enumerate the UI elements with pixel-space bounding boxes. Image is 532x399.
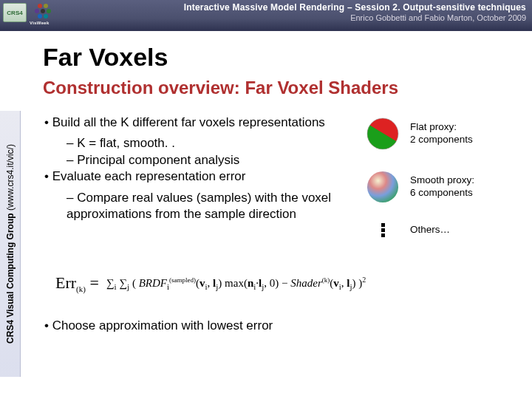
bullet-final: Choose approximation with lowest error bbox=[44, 318, 355, 334]
smooth-proxy-icon bbox=[366, 170, 400, 204]
svg-point-6 bbox=[44, 14, 48, 18]
equation-lhs: Err(k) = bbox=[55, 273, 99, 293]
visweek-logo-icon: VisWeek bbox=[31, 1, 58, 24]
svg-point-2 bbox=[35, 9, 39, 13]
svg-point-10 bbox=[367, 171, 398, 202]
bullet-1b: Principal component analysis bbox=[66, 152, 362, 168]
bullet-1: Build all the K different far voxels rep… bbox=[44, 115, 362, 131]
flat-proxy-icon bbox=[366, 117, 400, 151]
proxy-column: Flat proxy:2 components Smooth pr bbox=[366, 117, 521, 256]
visweek-label: VisWeek bbox=[30, 21, 50, 25]
bullet-1a: K = flat, smooth. . bbox=[66, 135, 362, 151]
svg-point-1 bbox=[44, 4, 48, 8]
sidebar-label: CRS4 Visual Computing Group (www.crs4.it… bbox=[5, 144, 16, 344]
proxy-others-row: Others… bbox=[366, 223, 521, 237]
vertical-ellipsis-icon bbox=[366, 223, 400, 237]
slide-root: CRS4 VisWeek Interactive Massive Model R… bbox=[0, 0, 532, 399]
flat-proxy-label: Flat proxy:2 components bbox=[410, 121, 473, 146]
header-course-title: Interactive Massive Model Rendering – Se… bbox=[43, 2, 526, 13]
smooth-proxy-label: Smooth proxy:6 components bbox=[410, 174, 474, 200]
equation-rhs: ∑i ∑j ( BRDFi(sampled)(vi, lj) max(ni·lj… bbox=[103, 274, 369, 293]
page-title: Far Voxels bbox=[43, 43, 168, 72]
header-logos: CRS4 VisWeek bbox=[3, 1, 58, 24]
sidebar-strip: CRS4 Visual Computing Group (www.crs4.it… bbox=[0, 111, 21, 377]
crs4-logo-icon: CRS4 bbox=[3, 3, 27, 22]
svg-point-4 bbox=[47, 9, 51, 13]
bullet-2: Evaluate each representation error bbox=[44, 168, 362, 185]
header-byline: Enrico Gobbetti and Fabio Marton, Octobe… bbox=[43, 13, 526, 22]
body-bullets: Build all the K different far voxels rep… bbox=[44, 115, 362, 223]
others-label: Others… bbox=[410, 224, 450, 236]
sidebar-url: (www.crs4.it/vic/) bbox=[5, 144, 16, 213]
bullet-2a: Compare real values (samples) with the v… bbox=[66, 190, 362, 223]
proxy-flat-row: Flat proxy:2 components bbox=[366, 117, 521, 151]
sidebar-group: CRS4 Visual Computing Group bbox=[5, 213, 16, 343]
proxy-smooth-row: Smooth proxy:6 components bbox=[366, 170, 521, 204]
equation-row: Err(k) = ∑i ∑j ( BRDFi(sampled)(vi, lj) … bbox=[55, 273, 369, 293]
header-band: CRS4 VisWeek Interactive Massive Model R… bbox=[0, 0, 532, 31]
svg-point-0 bbox=[38, 4, 42, 8]
svg-point-3 bbox=[41, 9, 45, 13]
page-subtitle: Construction overview: Far Voxel Shaders bbox=[43, 78, 398, 98]
svg-point-5 bbox=[38, 14, 42, 18]
